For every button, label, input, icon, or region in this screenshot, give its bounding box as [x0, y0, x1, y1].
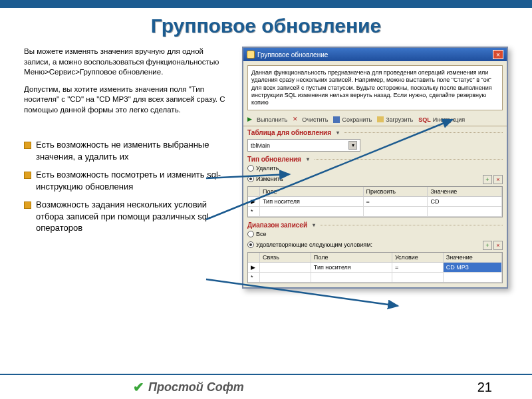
app-icon: [247, 51, 255, 59]
section-table: Таблица для обновления▾ tblMain ▾: [247, 129, 503, 152]
clear-icon: ✕: [293, 116, 300, 123]
save-button[interactable]: Сохранить: [333, 116, 372, 123]
page-number: 21: [477, 380, 492, 395]
intro-p2: Допустим, вы хотите изменить значения по…: [24, 84, 230, 116]
folder-icon: [377, 116, 384, 122]
update-grid[interactable]: ПолеПрисвоитьЗначение ▶Тип носителя=CD *: [247, 186, 503, 217]
radio-delete[interactable]: Удалить: [247, 165, 279, 172]
run-button[interactable]: ▶Выполнить: [247, 116, 287, 123]
dropdown-icon: ▾: [348, 141, 357, 150]
remove-row-icon[interactable]: ×: [493, 175, 503, 184]
section-header: Таблица для обновления▾: [247, 129, 503, 136]
section-header: Тип обновления▾: [247, 156, 503, 163]
check-icon: ✔: [133, 379, 144, 395]
section-header: Диапазон записей▾: [247, 221, 503, 229]
bullet-list: Есть возможность не изменить выбранные з…: [24, 139, 230, 234]
brand-logo: ✔ Простой Софт: [133, 379, 244, 395]
left-column: Вы можете изменять значения вручную для …: [24, 47, 230, 289]
intro-text: Вы можете изменять значения вручную для …: [24, 47, 230, 115]
bullet-item: Есть возможность посмотреть и изменить s…: [24, 169, 230, 192]
page-title: Групповое обновление: [0, 15, 532, 37]
intro-p1: Вы можете изменять значения вручную для …: [24, 47, 230, 78]
radio-update[interactable]: Изменить: [247, 176, 283, 182]
screenshot-panel: Групповое обновление × Данная функционал…: [242, 47, 508, 289]
add-row-icon[interactable]: +: [483, 175, 492, 184]
section-range: Диапазон записей▾ Все Удовлетворяющие сл…: [247, 221, 503, 283]
bullet-item: Возможность задания нескольких условий о…: [24, 199, 230, 234]
close-icon[interactable]: ×: [493, 50, 503, 59]
content-row: Вы можете изменять значения вручную для …: [0, 47, 532, 289]
chevron-icon[interactable]: ▾: [307, 156, 309, 162]
play-icon: ▶: [247, 116, 255, 123]
chevron-icon[interactable]: ▾: [313, 222, 315, 228]
save-icon: [333, 116, 340, 123]
right-column: Групповое обновление × Данная функционал…: [242, 47, 508, 289]
clear-button[interactable]: ✕Очистить: [293, 116, 328, 123]
section-type: Тип обновления▾ Удалить Изменить +× Поле…: [247, 156, 503, 217]
remove-row-icon[interactable]: ×: [493, 241, 503, 250]
sql-icon: SQL: [418, 116, 431, 123]
condition-grid[interactable]: СвязьПолеУсловиеЗначение ▶Тип носителя=C…: [247, 252, 503, 283]
window-titlebar: Групповое обновление ×: [243, 48, 507, 61]
chevron-icon[interactable]: ▾: [336, 130, 339, 136]
radio-all[interactable]: Все: [247, 231, 267, 237]
window-title: Групповое обновление: [257, 51, 328, 59]
radio-condition[interactable]: Удовлетворяющие следующим условиям:: [247, 241, 372, 248]
top-border: [0, 0, 532, 8]
table-combo[interactable]: tblMain ▾: [247, 139, 360, 152]
bullet-item: Есть возможность не изменить выбранные з…: [24, 139, 230, 162]
info-text: Данная функциональность предназначена дл…: [247, 65, 503, 110]
sql-button[interactable]: SQLИнструкция: [418, 116, 465, 123]
toolbar: ▶Выполнить ✕Очистить Сохранить Загрузить…: [243, 114, 507, 126]
load-button[interactable]: Загрузить: [377, 116, 413, 123]
add-row-icon[interactable]: +: [483, 241, 492, 250]
footer: ✔ Простой Софт 21: [0, 374, 532, 399]
